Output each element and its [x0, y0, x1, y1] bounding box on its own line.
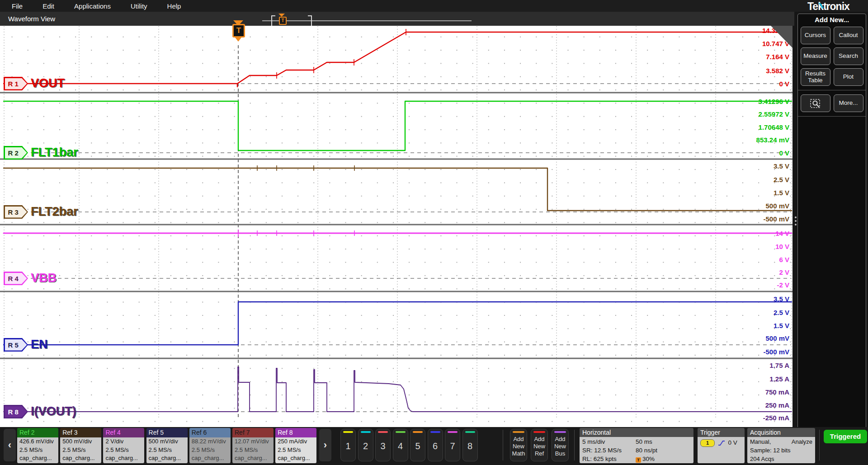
divider: [503, 430, 503, 460]
menu-file[interactable]: File: [12, 2, 23, 10]
channel-button-label: 4: [393, 441, 408, 451]
menu-edit[interactable]: Edit: [42, 2, 54, 10]
channel-badge-r8[interactable]: R 8: [4, 405, 28, 418]
ref-badge-ref4[interactable]: Ref 42 V/div2.5 MS/scap_charg...: [103, 428, 144, 463]
oscilloscope-app: FileEditApplicationsUtilityHelp Tektroni…: [0, 0, 868, 465]
ref-badge-title: Ref 7: [232, 428, 274, 437]
add-new-ref-button[interactable]: AddNewRef: [531, 429, 548, 461]
channel-color-strip: [430, 431, 440, 433]
channel-button-6[interactable]: 6: [428, 429, 443, 461]
divider: [819, 430, 820, 460]
scale-label: 1.5 V: [736, 189, 789, 197]
ref-badge-body: 500 mV/div2.5 MS/scap_charg...: [146, 437, 188, 463]
sidebar-button-cursors[interactable]: Cursors: [801, 27, 830, 44]
more-button[interactable]: More...: [834, 94, 863, 112]
horizontal-panel-body: 5 ms/div50 ms SR: 12.5 MS/s80 ns/pt RL: …: [580, 437, 693, 463]
channel-button-label: 1: [341, 441, 355, 451]
trigger-panel[interactable]: Trigger 1 0 V: [698, 428, 745, 463]
ref-badge-ref8[interactable]: Ref 8250 mA/div2.5 MS/scap_charg...: [275, 428, 316, 463]
horizontal-window: 50 ms: [636, 437, 652, 446]
channel-badge-r4[interactable]: R 4: [4, 272, 28, 285]
scale-label: 2.55972 V: [736, 110, 789, 118]
acquisition-mode: Manual,: [750, 437, 771, 446]
horizontal-panel[interactable]: Horizontal 5 ms/div50 ms SR: 12.5 MS/s80…: [580, 428, 693, 463]
channel-color-strip: [448, 431, 458, 433]
zoom-select-icon: [809, 98, 822, 109]
scale-label: 1.75 A: [736, 362, 789, 369]
panel-drag-handle[interactable]: [794, 215, 797, 227]
tab-waveform-view[interactable]: Waveform View: [8, 15, 55, 23]
channel-badge-r1[interactable]: R 1: [4, 77, 28, 90]
menu-utility[interactable]: Utility: [131, 2, 147, 10]
sidebar-button-measure[interactable]: Measure: [801, 47, 830, 65]
scale-label: -250 mA: [736, 414, 789, 422]
ref-badge-ref2[interactable]: Ref 2426.6 mV/div2.5 MS/scap_charg...: [17, 428, 58, 463]
scale-label: 14 V: [736, 230, 789, 237]
tektronix-logo: Tektronix: [807, 0, 866, 11]
acquisition-count: 204 Acqs: [750, 455, 812, 463]
channel-button-label: 5: [410, 441, 425, 451]
channel-button-7[interactable]: 7: [445, 429, 460, 461]
scale-label: 2.5 V: [736, 309, 789, 316]
channel-button-1[interactable]: 1: [340, 429, 356, 461]
sidebar-button-grid: CursorsCalloutMeasureSearchResults Table…: [798, 27, 866, 86]
scale-label: 853.24 mV: [736, 136, 789, 144]
sidebar-button-callout[interactable]: Callout: [834, 27, 863, 44]
add-new-math-button[interactable]: AddNewMath: [510, 429, 527, 461]
channel-color-strip: [465, 431, 475, 433]
ref-badge-body: 500 mV/div2.5 MS/scap_charg...: [60, 437, 101, 463]
mini-trigger-t-icon: T: [279, 17, 287, 25]
ref-badge-title: Ref 6: [189, 428, 231, 437]
ref-badge-body: 426.6 mV/div2.5 MS/scap_charg...: [17, 437, 58, 463]
add-new-title: Add New...: [798, 16, 866, 23]
trigger-tail-icon: [235, 38, 241, 42]
scale-label: 250 mA: [736, 401, 789, 409]
add-button-label: AddNewBus: [552, 436, 568, 457]
channel-name-flt1bar: FLT1bar: [31, 146, 78, 160]
sidebar-button-search[interactable]: Search: [834, 47, 863, 65]
ref-badge-ref5[interactable]: Ref 5500 mV/div2.5 MS/scap_charg...: [146, 428, 188, 463]
channel-button-3[interactable]: 3: [375, 429, 391, 461]
trigger-position-percent: 30%: [642, 456, 655, 462]
menu-applications[interactable]: Applications: [74, 2, 111, 10]
draw-zoom-box-button[interactable]: [801, 94, 830, 112]
channel-color-strip: [378, 431, 388, 433]
channel-button-5[interactable]: 5: [410, 429, 425, 461]
scale-label: 1.5 V: [736, 322, 789, 329]
ref-badge-body: 250 mA/div2.5 MS/scap_charg...: [275, 437, 316, 463]
plot-overlays: R 1VOUT14.329 V10.747 V7.164 V3.582 V0 V…: [0, 26, 793, 427]
acquisition-panel-body: Manual,Analyze Sample: 12 bits 204 Acqs: [747, 437, 815, 463]
ref-badge-title: Ref 2: [17, 428, 58, 437]
logo-k-slash: k: [818, 0, 823, 13]
scale-label: 1.70648 V: [736, 123, 789, 131]
channel-button-4[interactable]: 4: [393, 429, 408, 461]
channel-button-8[interactable]: 8: [462, 429, 478, 461]
sample-rate: SR: 12.5 MS/s: [582, 446, 636, 455]
ref-badge-title: Ref 8: [275, 428, 316, 437]
add-new-bus-button[interactable]: AddNewBus: [552, 429, 569, 461]
channel-badge-r2[interactable]: R 2: [4, 146, 28, 160]
add-button-label: AddNewMath: [510, 436, 527, 457]
scale-label: 3.5 V: [736, 295, 789, 303]
resolution: 80 ns/pt: [636, 446, 657, 455]
ref-badge-title: Ref 3: [60, 428, 101, 437]
acquisition-overview-line[interactable]: [262, 20, 472, 21]
mini-trigger-position-marker[interactable]: T: [278, 13, 286, 25]
channel-button-2[interactable]: 2: [358, 429, 373, 461]
ref-badge-ref3[interactable]: Ref 3500 mV/div2.5 MS/scap_charg...: [60, 428, 101, 463]
scroll-badges-left-button[interactable]: ‹: [4, 429, 16, 461]
sidebar-separator: [798, 90, 866, 90]
channel-badge-r5[interactable]: R 5: [4, 338, 28, 352]
sidebar-button-results-table[interactable]: Results Table: [801, 68, 830, 86]
ref-badge-ref6[interactable]: Ref 688.22 mV/div2.5 MS/scap_charg...: [189, 428, 231, 463]
waveform-plot[interactable]: R 1VOUT14.329 V10.747 V7.164 V3.582 V0 V…: [0, 26, 793, 427]
channel-button-label: 6: [428, 441, 443, 451]
ref-badge-body: 88.22 mV/div2.5 MS/scap_charg...: [189, 437, 231, 463]
menu-help[interactable]: Help: [167, 2, 181, 10]
channel-badge-r3[interactable]: R 3: [4, 205, 28, 219]
acquisition-panel[interactable]: Acquisition Manual,Analyze Sample: 12 bi…: [747, 428, 815, 463]
ref-badge-ref7[interactable]: Ref 712.07 mV/div2.5 MS/scap_charg...: [232, 428, 274, 463]
scroll-badges-right-button[interactable]: ›: [319, 429, 331, 461]
channel-color-strip: [396, 431, 406, 433]
sidebar-button-plot[interactable]: Plot: [834, 68, 863, 86]
